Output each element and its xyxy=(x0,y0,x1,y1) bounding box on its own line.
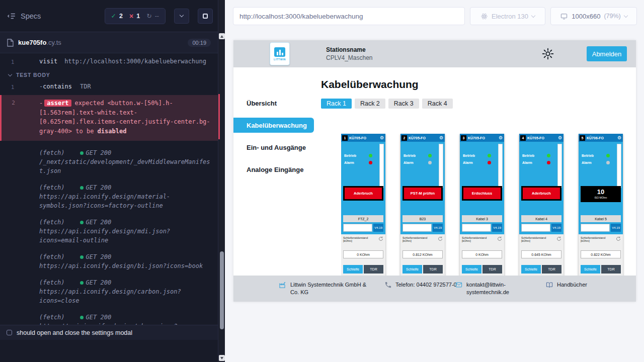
schleife-button[interactable]: Schleife xyxy=(403,265,422,274)
url-input[interactable] xyxy=(233,7,465,25)
passed-check-icon: ✓ xyxy=(111,12,116,20)
fetch-log-entry: (fetch)GET 200 /_next/static/development… xyxy=(0,148,218,175)
viewport-size: 1000x660 xyxy=(572,13,600,20)
scroll-down-button[interactable] xyxy=(219,355,225,361)
tdr-button[interactable]: TDR xyxy=(601,265,621,274)
section-label: Schleifenwiderstand [kOhm] xyxy=(521,236,551,243)
viewport-select[interactable]: 1000x660 (79%) xyxy=(550,7,637,25)
betrieb-status-dot xyxy=(547,154,550,157)
card-number: 5 xyxy=(580,135,585,141)
screen: Specs ✓ 2 × 1 ↻ -- xyxy=(0,0,644,362)
card-gear-icon[interactable]: ⚙ xyxy=(380,136,384,140)
level-meter xyxy=(617,144,621,188)
tdr-button[interactable]: TDR xyxy=(542,265,561,274)
next-test-row[interactable]: should open and close the settings modal xyxy=(0,325,218,340)
tab-rack-1[interactable]: Rack 1 xyxy=(321,99,352,109)
card-number: 2 xyxy=(401,135,407,141)
fetch-log-entry: (fetch)GET 200 https://api.iconify.desig… xyxy=(0,218,218,245)
specs-list-icon[interactable] xyxy=(7,12,16,21)
tab-rack-2[interactable]: Rack 2 xyxy=(355,99,385,109)
book-icon xyxy=(545,281,553,289)
failed-assert-block[interactable]: 2 -assertexpected <button.w-[50%].h-[1.5… xyxy=(0,95,218,141)
tdr-button[interactable]: TDR xyxy=(423,265,443,274)
tab-rack-3[interactable]: Rack 3 xyxy=(388,99,419,109)
cable-input[interactable] xyxy=(403,224,432,232)
level-meter xyxy=(498,144,503,188)
cable-name: Kabel 3 xyxy=(462,215,502,222)
visit-command-row[interactable]: 1 visithttp://localhost:3000/kabelueberw… xyxy=(0,58,218,65)
firmware-version: V4.19 xyxy=(492,224,502,232)
viewport-icon xyxy=(560,13,568,20)
browser-select[interactable]: Electron 130 xyxy=(470,7,545,25)
fetch-log-entry: (fetch)GET 200 https://api.iconify.desig… xyxy=(0,183,218,210)
firmware-version: V4.19 xyxy=(611,224,621,232)
device-cards-row: 1 KÜ705-FO ⚙ Betrieb Alarm Aderbruch FTZ… xyxy=(341,134,636,276)
scrollbar-thumb[interactable] xyxy=(220,251,224,329)
card-gear-icon[interactable]: ⚙ xyxy=(439,136,443,140)
refresh-icon[interactable] xyxy=(378,236,383,241)
betrieb-label: Betrieb xyxy=(344,154,356,157)
alarm-label: Alarm xyxy=(404,161,414,164)
aut-stage: Electron 130 1000x660 (79%) LITTWIN xyxy=(225,0,644,362)
card-gear-icon[interactable]: ⚙ xyxy=(617,136,621,140)
next-test-title: should open and close the settings modal xyxy=(17,329,132,336)
sidebar-item-kabelueberwachung[interactable]: Kabelüberwachung xyxy=(233,118,314,133)
section-label: Schleifenwiderstand [kOhm] xyxy=(581,236,611,243)
test-body-section[interactable]: TEST BODY xyxy=(0,72,218,78)
success-dot-icon xyxy=(80,151,84,155)
footer-email: kontakt@littwin-systemtechnik.de xyxy=(455,281,526,296)
logout-button[interactable]: Abmelden xyxy=(587,46,627,61)
cable-input[interactable] xyxy=(521,224,550,232)
tdr-button[interactable]: TDR xyxy=(482,265,502,274)
browser-name: Electron 130 xyxy=(492,13,528,20)
tab-rack-4[interactable]: Rack 4 xyxy=(422,99,453,109)
alarm-status-dot xyxy=(428,161,432,164)
test-body-label: TEST BODY xyxy=(16,72,50,78)
level-meter xyxy=(379,144,384,188)
cable-input[interactable] xyxy=(343,224,372,232)
section-label: Schleifenwiderstand [kOhm] xyxy=(462,236,492,243)
specs-label[interactable]: Specs xyxy=(21,12,41,20)
refresh-icon[interactable] xyxy=(497,236,502,241)
cable-input[interactable] xyxy=(581,224,610,232)
spec-file-bar[interactable]: kue705fo.cy.ts 00:19 xyxy=(0,32,218,53)
scroll-up-button[interactable] xyxy=(219,33,225,39)
betrieb-status-dot xyxy=(488,154,491,157)
collapse-button[interactable] xyxy=(174,9,189,24)
settings-gear-icon[interactable] xyxy=(541,47,554,60)
cable-input[interactable] xyxy=(462,224,491,232)
refresh-icon[interactable] xyxy=(438,236,443,241)
sidebar-item-uebersicht[interactable]: Übersicht xyxy=(233,96,314,111)
card-model: KÜ706-FO xyxy=(586,136,616,140)
card-gear-icon[interactable]: ⚙ xyxy=(558,136,562,140)
alarm-status-dot xyxy=(547,161,550,164)
alarm-label: Alarm xyxy=(522,161,532,164)
alarm-label: Alarm xyxy=(463,161,473,164)
refresh-icon[interactable] xyxy=(616,236,621,241)
cable-name: FTZ_2 xyxy=(343,215,383,222)
iso-measurement: 10ISO MOhm xyxy=(581,186,621,202)
resistance-value: 0.812 KOhm xyxy=(403,250,443,258)
sidebar-item-ein-und-ausgaenge[interactable]: Ein- und Ausgänge xyxy=(233,140,314,155)
footer-manuals[interactable]: Handbücher xyxy=(545,281,587,289)
schleife-button[interactable]: Schleife xyxy=(462,265,481,274)
card-gear-icon[interactable]: ⚙ xyxy=(499,136,503,140)
schleife-button[interactable]: Schleife xyxy=(581,265,600,274)
footer-company: Littwin Systemtechnik GmbH & Co. KG xyxy=(279,281,375,296)
line-number: 1 xyxy=(0,83,25,90)
tdr-button[interactable]: TDR xyxy=(364,265,383,274)
phone-icon xyxy=(384,281,392,289)
sidebar-item-analoge-eingaenge[interactable]: Analoge Eingänge xyxy=(233,162,314,177)
chevron-down-icon xyxy=(623,13,627,17)
viewport-zoom: (79%) xyxy=(604,13,620,20)
stop-button[interactable] xyxy=(198,9,213,24)
fetch-url: /_next/static/development/_devMiddleware… xyxy=(39,157,212,175)
littwin-logo-icon xyxy=(274,47,285,57)
schleife-button[interactable]: Schleife xyxy=(521,265,541,274)
reporter-scrollbar[interactable] xyxy=(218,0,225,362)
contains-command-row[interactable]: 1 -containsTDR xyxy=(0,83,218,90)
refresh-icon[interactable] xyxy=(556,236,561,241)
card-model: KÜ705-FO xyxy=(408,136,438,140)
schleife-button[interactable]: Schleife xyxy=(343,265,363,274)
card-model: KÜ705-FO xyxy=(527,136,557,140)
